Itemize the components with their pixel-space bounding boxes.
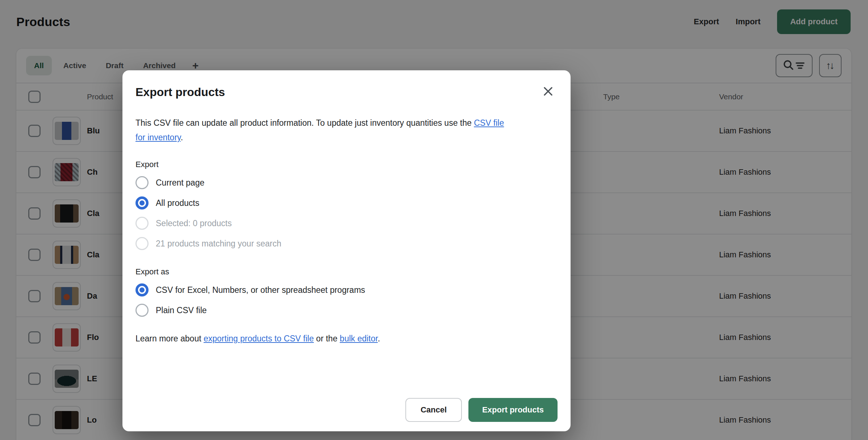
- bulk-editor-link[interactable]: bulk editor: [340, 334, 378, 343]
- modal-footer: Cancel Export products: [135, 398, 558, 431]
- close-icon: [542, 86, 554, 97]
- radio-circle-selected[interactable]: [135, 283, 149, 296]
- close-button[interactable]: [540, 83, 556, 99]
- radio-label: CSV for Excel, Numbers, or other spreads…: [156, 285, 365, 295]
- radio-circle-disabled: [135, 217, 149, 230]
- export-products-button[interactable]: Export products: [468, 398, 558, 422]
- radio-circle[interactable]: [135, 304, 149, 317]
- radio-selected-products: Selected: 0 products: [135, 216, 558, 230]
- intro-text-after: .: [181, 133, 183, 142]
- intro-text-before: This CSV file can update all product inf…: [135, 118, 474, 128]
- learn-more-after: .: [378, 334, 380, 343]
- radio-current-page[interactable]: Current page: [135, 176, 558, 190]
- radio-label: Plain CSV file: [156, 306, 207, 315]
- radio-label: Current page: [156, 178, 204, 188]
- modal-title: Export products: [135, 86, 558, 99]
- modal-intro-text: This CSV file can update all product inf…: [135, 116, 514, 145]
- export-as-section-label: Export as: [135, 267, 558, 277]
- radio-label: 21 products matching your search: [156, 239, 281, 249]
- radio-all-products[interactable]: All products: [135, 196, 558, 210]
- export-section-label: Export: [135, 160, 558, 169]
- learn-more-text: Learn more about exporting products to C…: [135, 334, 558, 344]
- radio-matching-search: 21 products matching your search: [135, 237, 558, 250]
- radio-circle-selected[interactable]: [135, 196, 149, 209]
- export-products-modal: Export products This CSV file can update…: [122, 70, 571, 431]
- learn-more-middle: or the: [314, 334, 340, 343]
- radio-circle[interactable]: [135, 176, 149, 189]
- learn-more-before: Learn more about: [135, 334, 204, 343]
- radio-circle-disabled: [135, 237, 149, 250]
- exporting-products-link[interactable]: exporting products to CSV file: [204, 334, 314, 343]
- radio-plain-csv[interactable]: Plain CSV file: [135, 303, 558, 317]
- radio-label: Selected: 0 products: [156, 219, 232, 228]
- radio-csv-excel[interactable]: CSV for Excel, Numbers, or other spreads…: [135, 283, 558, 297]
- radio-label: All products: [156, 198, 199, 208]
- cancel-button[interactable]: Cancel: [405, 398, 462, 422]
